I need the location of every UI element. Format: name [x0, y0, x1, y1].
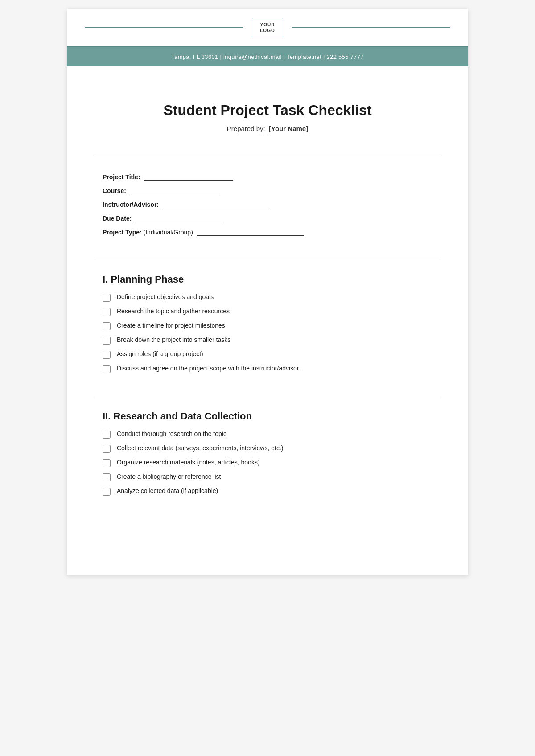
section-title-research: II. Research and Data Collection	[103, 411, 432, 422]
checklist-planning: Define project objectives and goals Rese…	[103, 293, 432, 373]
field-label-due-date: Due Date:	[103, 215, 132, 222]
list-item: Assign roles (if a group project)	[103, 350, 432, 359]
checklist-item-label: Define project objectives and goals	[117, 293, 214, 300]
contact-info: Tampa, FL 33601 | inquire@nethival.mail …	[171, 53, 363, 60]
prepared-by-value: [Your Name]	[269, 125, 308, 132]
field-label-instructor: Instructor/Advisor:	[103, 201, 159, 208]
checkbox[interactable]	[103, 351, 111, 359]
project-info: Project Title: Course: Instructor/Adviso…	[67, 164, 468, 251]
field-label-project-title: Project Title:	[103, 173, 140, 181]
checkbox[interactable]	[103, 445, 111, 453]
list-item: Collect relevant data (surveys, experime…	[103, 444, 432, 453]
list-item: Organize research materials (notes, arti…	[103, 459, 432, 467]
checkbox[interactable]	[103, 459, 111, 467]
page: YOURLoGo Tampa, FL 33601 | inquire@nethi…	[67, 9, 468, 575]
header-line-left	[85, 27, 243, 28]
checkbox[interactable]	[103, 337, 111, 345]
header-spacer	[67, 66, 468, 93]
field-course: Course:	[103, 187, 432, 194]
checklist-item-label: Create a timeline for project milestones	[117, 322, 225, 329]
checklist-item-label: Discuss and agree on the project scope w…	[117, 365, 300, 372]
prepared-by: Prepared by: [Your Name]	[103, 125, 432, 132]
header-top: YOURLoGo	[67, 9, 468, 47]
checklist-research: Conduct thorough research on the topic C…	[103, 430, 432, 496]
header-banner: Tampa, FL 33601 | inquire@nethival.mail …	[67, 47, 468, 66]
list-item: Analyze collected data (if applicable)	[103, 487, 432, 496]
checkbox[interactable]	[103, 365, 111, 373]
field-instructor: Instructor/Advisor:	[103, 201, 432, 208]
logo-box: YOURLoGo	[252, 18, 283, 37]
checkbox[interactable]	[103, 488, 111, 496]
field-due-date: Due Date:	[103, 214, 432, 222]
divider-after-fields	[94, 260, 441, 260]
field-line-course	[130, 187, 219, 194]
checklist-item-label: Break down the project into smaller task…	[117, 336, 230, 343]
field-line-instructor	[162, 201, 269, 208]
list-item: Research the topic and gather resources	[103, 308, 432, 316]
section-title-planning: I. Planning Phase	[103, 274, 432, 285]
field-extra-project-type: (Individual/Group)	[144, 229, 193, 236]
field-label-course: Course:	[103, 187, 126, 194]
header: YOURLoGo Tampa, FL 33601 | inquire@nethi…	[67, 9, 468, 93]
list-item: Create a bibliography or reference list	[103, 473, 432, 481]
checklist-item-label: Organize research materials (notes, arti…	[117, 459, 260, 466]
divider-after-planning	[94, 397, 441, 397]
checklist-item-label: Collect relevant data (surveys, experime…	[117, 444, 283, 452]
field-label-project-type: Project Type:	[103, 229, 142, 236]
field-project-type: Project Type: (Individual/Group)	[103, 228, 432, 236]
checklist-item-label: Create a bibliography or reference list	[117, 473, 221, 480]
checkbox[interactable]	[103, 308, 111, 316]
list-item: Conduct thorough research on the topic	[103, 430, 432, 439]
field-line-project-type	[197, 228, 304, 236]
checklist-item-label: Conduct thorough research on the topic	[117, 430, 226, 437]
checkbox[interactable]	[103, 473, 111, 481]
title-section: Student Project Task Checklist Prepared …	[67, 93, 468, 146]
field-project-title: Project Title:	[103, 173, 432, 181]
list-item: Break down the project into smaller task…	[103, 336, 432, 345]
checklist-item-label: Assign roles (if a group project)	[117, 350, 203, 357]
section-planning: I. Planning Phase Define project objecti…	[67, 269, 468, 388]
main-title: Student Project Task Checklist	[103, 102, 432, 119]
field-line-due-date	[135, 214, 224, 222]
list-item: Define project objectives and goals	[103, 293, 432, 302]
header-line-right	[292, 27, 450, 28]
section-research: II. Research and Data Collection Conduct…	[67, 406, 468, 510]
list-item: Create a timeline for project milestones	[103, 322, 432, 330]
field-line-project-title	[144, 173, 233, 181]
checkbox[interactable]	[103, 294, 111, 302]
checkbox[interactable]	[103, 322, 111, 330]
divider-top	[94, 155, 441, 155]
list-item: Discuss and agree on the project scope w…	[103, 365, 432, 373]
checklist-item-label: Research the topic and gather resources	[117, 308, 230, 315]
prepared-by-label: Prepared by:	[227, 125, 265, 132]
checkbox[interactable]	[103, 431, 111, 439]
checklist-item-label: Analyze collected data (if applicable)	[117, 487, 218, 494]
